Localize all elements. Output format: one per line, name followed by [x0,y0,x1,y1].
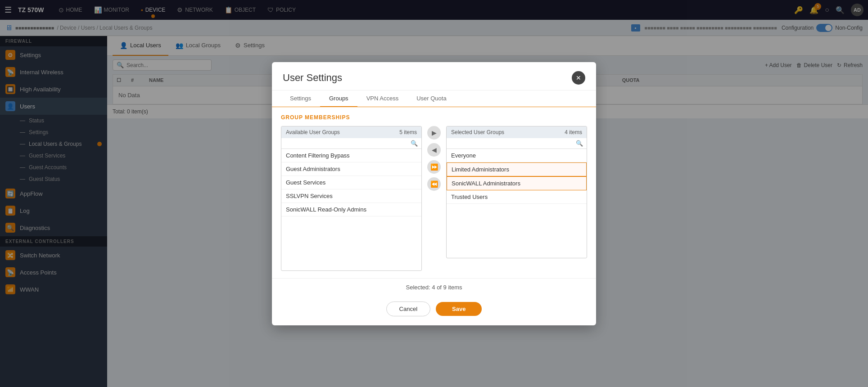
group-item-cfb[interactable]: Content Filtering Bypass [281,149,421,162]
modal-title: User Settings [283,72,342,84]
selected-search-input[interactable] [450,140,576,146]
group-item-readonly-admins[interactable]: SonicWALL Read-Only Admins [281,203,421,216]
group-item-sslvpn[interactable]: SSLVPN Services [281,189,421,203]
move-all-right-button[interactable]: ⏩ [427,160,441,174]
modal-tab-settings[interactable]: Settings [281,90,320,107]
modal-body: GROUP MEMBERSHIPS Available User Groups … [272,107,596,278]
modal-header: User Settings ✕ [272,62,596,90]
available-groups-panel: Available User Groups 5 items 🔍 Content … [281,126,422,271]
cancel-button[interactable]: Cancel [386,302,430,316]
available-search-icon: 🔍 [411,140,418,147]
selected-group-trusted-users[interactable]: Trusted Users [447,190,587,204]
modal-actions: Cancel Save [272,296,596,325]
groups-container: Available User Groups 5 items 🔍 Content … [281,126,587,271]
selected-groups-search[interactable]: 🔍 [447,138,587,149]
transfer-buttons: ▶ ◀ ⏩ ⏪ [425,126,443,191]
modal-footer-text: Selected: 4 of 9 items [272,278,596,296]
available-groups-title: Available User Groups [286,129,340,135]
modal-tab-vpn[interactable]: VPN Access [357,90,408,107]
move-left-button[interactable]: ◀ [427,143,441,157]
save-button[interactable]: Save [436,302,482,316]
available-groups-search[interactable]: 🔍 [281,138,421,149]
selected-groups-panel: Selected User Groups 4 items 🔍 Everyone … [446,126,587,258]
available-panel-spacer [281,216,421,270]
modal-overlay[interactable]: User Settings ✕ Settings Groups VPN Acce… [0,0,868,387]
user-settings-modal: User Settings ✕ Settings Groups VPN Acce… [272,62,596,325]
modal-tab-groups[interactable]: Groups [320,90,357,107]
available-groups-header: Available User Groups 5 items [281,126,421,138]
selected-groups-header: Selected User Groups 4 items [447,126,587,138]
selected-panel-spacer [447,204,587,258]
modal-tab-quota[interactable]: User Quota [407,90,455,107]
available-groups-count: 5 items [399,129,417,135]
selected-group-sonicwall-admins[interactable]: SonicWALL Administrators [447,176,587,190]
move-right-button[interactable]: ▶ [427,126,441,140]
selected-search-icon: 🔍 [576,140,583,147]
move-all-left-button[interactable]: ⏪ [427,177,441,191]
selected-groups-title: Selected User Groups [451,129,504,135]
group-item-guest-admins[interactable]: Guest Administrators [281,162,421,176]
selected-group-everyone[interactable]: Everyone [447,149,587,162]
group-item-guest-services[interactable]: Guest Services [281,176,421,189]
available-search-input[interactable] [285,140,411,146]
selected-group-limited-admins[interactable]: Limited Administrators [447,162,587,176]
modal-close-button[interactable]: ✕ [572,71,585,85]
group-memberships-title: GROUP MEMBERSHIPS [281,114,587,121]
selected-groups-count: 4 items [565,129,582,135]
modal-tabs: Settings Groups VPN Access User Quota [272,90,596,107]
